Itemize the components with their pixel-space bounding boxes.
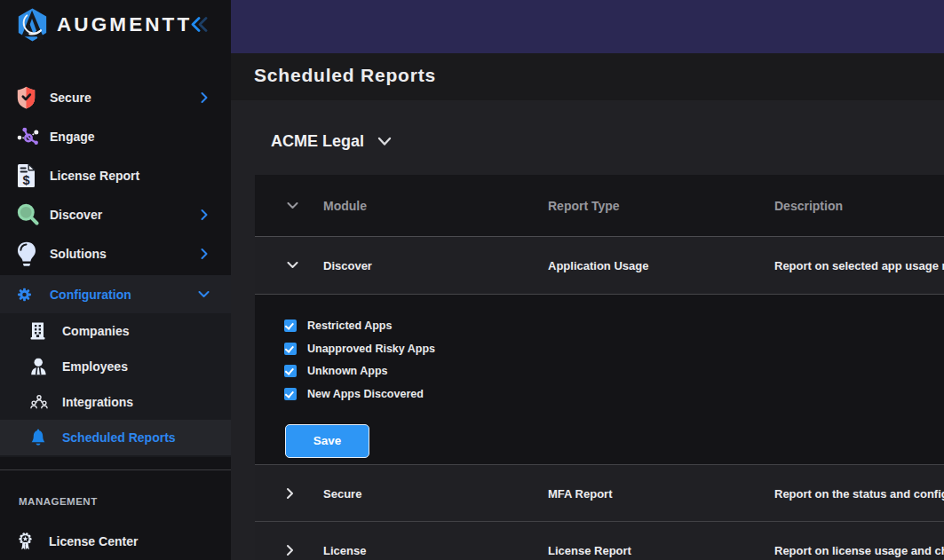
svg-text:$: $ bbox=[22, 173, 29, 187]
